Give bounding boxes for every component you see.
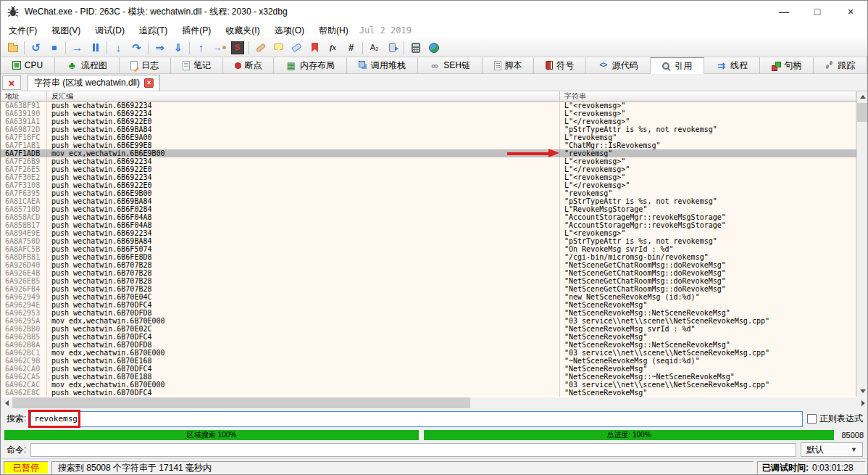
table-row[interactable]: 6A7F30E2push wechatwin.6B692234L"<revoke…	[1, 173, 856, 181]
tab-threads[interactable]: 线程	[704, 57, 760, 73]
settings-button[interactable]	[425, 39, 443, 56]
column-header-string[interactable]: 字符串	[560, 91, 856, 101]
tab-graph[interactable]: 流程图	[55, 57, 120, 73]
table-row[interactable]: 6A926D40push wechatwin.6B707B28"NetScene…	[1, 261, 856, 269]
pause-button[interactable]	[86, 39, 104, 56]
table-row[interactable]: 6A962BC1mov edx,wechatwin.6B70E000"03_se…	[1, 349, 856, 357]
table-row[interactable]: 6A858ACDpush wechatwin.6B6F04A8"AccountS…	[1, 213, 856, 221]
table-row[interactable]: 6A8DFB81push wechatwin.6B6FE8D8"/cgi-bin…	[1, 253, 856, 261]
tab-references[interactable]: 引用	[651, 57, 705, 74]
search-input[interactable]	[30, 411, 803, 427]
table-row[interactable]: 6A69872Dpush wechatwin.6B69BA84"pStrType…	[1, 125, 856, 133]
tab-notes[interactable]: 笔记	[171, 57, 223, 73]
vertical-scroll-thumb[interactable]	[857, 103, 868, 122]
tab-close-icon[interactable]: ×	[144, 78, 154, 88]
horizontal-scroll-thumb[interactable]	[12, 397, 470, 408]
open-file-button[interactable]	[4, 39, 22, 56]
tab-script[interactable]: 脚本	[483, 57, 535, 73]
restart-button[interactable]	[27, 39, 45, 56]
table-row[interactable]: 6A962CA0push wechatwin.6B70DFC4"NetScene…	[1, 365, 856, 373]
column-header-disassembly[interactable]: 反汇编	[47, 91, 560, 101]
table-row[interactable]: 6A7F18FCpush wechatwin.6B6E9A00L"revokem…	[1, 133, 856, 141]
menu-item[interactable]: 追踪(T)	[133, 22, 174, 39]
table-row[interactable]: 6A962949push wechatwin.6B70E04C"new NetS…	[1, 293, 856, 301]
bookmarks-button[interactable]	[306, 39, 324, 56]
table-row[interactable]: 6A7F6395push wechatwin.6B6E9B00"revokems…	[1, 189, 856, 197]
tab-memory-map[interactable]: 内存布局	[274, 57, 347, 73]
tab-trace[interactable]: 跟踪	[814, 57, 867, 73]
regex-checkbox[interactable]	[807, 414, 817, 424]
patches-button[interactable]	[251, 39, 270, 56]
run-button[interactable]	[68, 39, 86, 56]
menu-item[interactable]: 帮助(H)	[312, 22, 355, 39]
execute-till-return-button[interactable]	[169, 39, 187, 56]
horizontal-scrollbar[interactable]	[1, 397, 868, 408]
tab-call-stack[interactable]: 调用堆栈	[347, 57, 418, 73]
table-row[interactable]: 6A962E8Cpush wechatwin.6B70DFC4"NetScene…	[1, 389, 856, 397]
maximize-button[interactable]: □	[801, 1, 834, 22]
tab-source[interactable]: 源代码	[586, 57, 651, 73]
table-row[interactable]: 6A8AFC5Bpush wechatwin.6B6F5074"On Revok…	[1, 245, 856, 253]
table-row[interactable]: 6A639190push wechatwin.6B692234L"<revoke…	[1, 110, 856, 117]
close-button[interactable]: ×	[834, 1, 867, 22]
run-to-user-code-button[interactable]	[151, 39, 169, 56]
tab-symbols[interactable]: 符号	[534, 57, 586, 73]
tab-seh-chain[interactable]: SEH链	[418, 57, 483, 73]
menu-item[interactable]: 收藏夹(I)	[219, 22, 266, 39]
table-row[interactable]: 6A96294Epush wechatwin.6B70DFC4"NetScene…	[1, 301, 856, 309]
run-until-button[interactable]	[192, 39, 210, 56]
menu-item[interactable]: 选项(O)	[268, 22, 311, 39]
strings-reference-tab[interactable]: 字符串 (区域 wechatwin.dll) ×	[28, 75, 160, 91]
modules-button[interactable]	[383, 39, 401, 56]
labels-button[interactable]	[288, 39, 306, 56]
table-row[interactable]: 6A7F3108push wechatwin.6B6922E0L"</revok…	[1, 181, 856, 189]
table-row[interactable]: 6A638F91push wechatwin.6B692234L"<revoke…	[1, 102, 856, 110]
table-row[interactable]: 6A926E4Bpush wechatwin.6B707B28"NetScene…	[1, 269, 856, 277]
tab-handles[interactable]: 句柄	[760, 57, 814, 73]
table-row[interactable]: 6A7F1ADBmov ecx,wechatwin.6B6E9B00"revok…	[1, 149, 856, 157]
table-row[interactable]: 6A8A750Dpush wechatwin.6B69BA84"pStrType…	[1, 237, 856, 245]
tab-cpu[interactable]: CPU	[1, 57, 55, 73]
scroll-left-button[interactable]	[1, 397, 12, 408]
table-row[interactable]: 6A962953push wechatwin.6B70DFD8"NetScene…	[1, 309, 856, 317]
table-row[interactable]: 6A7F1AB1push wechatwin.6B6E99E8"ChatMgr:…	[1, 141, 856, 149]
table-row[interactable]: 6A96295Amov edx,wechatwin.6B70E000"03_se…	[1, 317, 856, 325]
comments-button[interactable]	[270, 39, 288, 56]
step-over-button[interactable]	[128, 39, 146, 56]
step-user-button[interactable]	[210, 39, 228, 56]
command-input[interactable]	[30, 443, 796, 457]
menu-item[interactable]: 视图(V)	[45, 22, 87, 39]
table-row[interactable]: 6A7F26B9push wechatwin.6B692234L"<revoke…	[1, 157, 856, 165]
table-row[interactable]: 6A926EB5push wechatwin.6B707B28"NetScene…	[1, 277, 856, 285]
menu-item[interactable]: 插件(P)	[175, 22, 217, 39]
table-row[interactable]: 6A85710Dpush wechatwin.6B6F0284L"RevokeM…	[1, 205, 856, 213]
table-row[interactable]: 6A962BB5push wechatwin.6B70DFC4"NetScene…	[1, 333, 856, 341]
close-all-references-button[interactable]: ×	[2, 75, 21, 90]
menu-item[interactable]: 调试(D)	[88, 22, 131, 39]
table-row[interactable]: 6A962C9Bpush wechatwin.6B70E168"~NetScen…	[1, 357, 856, 365]
functions-button[interactable]	[324, 39, 342, 56]
table-row[interactable]: 6A81CAEApush wechatwin.6B69BA84"pStrType…	[1, 197, 856, 205]
table-row[interactable]: 6A894E9Epush wechatwin.6B692234L"<revoke…	[1, 229, 856, 237]
scroll-down-button[interactable]	[857, 386, 868, 397]
tab-log[interactable]: 日志	[120, 57, 172, 73]
stop-button[interactable]	[45, 39, 63, 56]
table-row[interactable]: 6A7F26E5push wechatwin.6B6922E0L"</revok…	[1, 165, 856, 173]
table-row[interactable]: 6A962BBApush wechatwin.6B70DFD8"NetScene…	[1, 341, 856, 349]
minimize-button[interactable]: —	[767, 1, 801, 22]
table-row[interactable]: 6A6391A1push wechatwin.6B6922E0L"</revok…	[1, 117, 856, 125]
column-header-address[interactable]: 地址	[1, 91, 47, 101]
strings-button[interactable]	[365, 39, 383, 56]
table-row[interactable]: 6A962CACmov edx,wechatwin.6B70E000"03_se…	[1, 381, 856, 389]
table-row[interactable]: 6A858B17push wechatwin.6B6F04A8"AccountS…	[1, 221, 856, 229]
table-row[interactable]: 6A962BB0push wechatwin.6B70E02C"NetScene…	[1, 325, 856, 333]
scroll-right-button[interactable]	[857, 397, 868, 408]
tab-breakpoints[interactable]: 断点	[223, 57, 275, 73]
hash-button[interactable]	[342, 39, 360, 56]
vertical-scrollbar[interactable]	[856, 91, 868, 397]
scylla-button[interactable]	[228, 39, 246, 56]
table-row[interactable]: 6A962CA5push wechatwin.6B70E188"NetScene…	[1, 373, 856, 381]
profile-dropdown[interactable]: 默认 ▼	[801, 442, 863, 457]
step-into-button[interactable]	[109, 39, 128, 56]
menu-item[interactable]: 文件(F)	[2, 22, 43, 39]
